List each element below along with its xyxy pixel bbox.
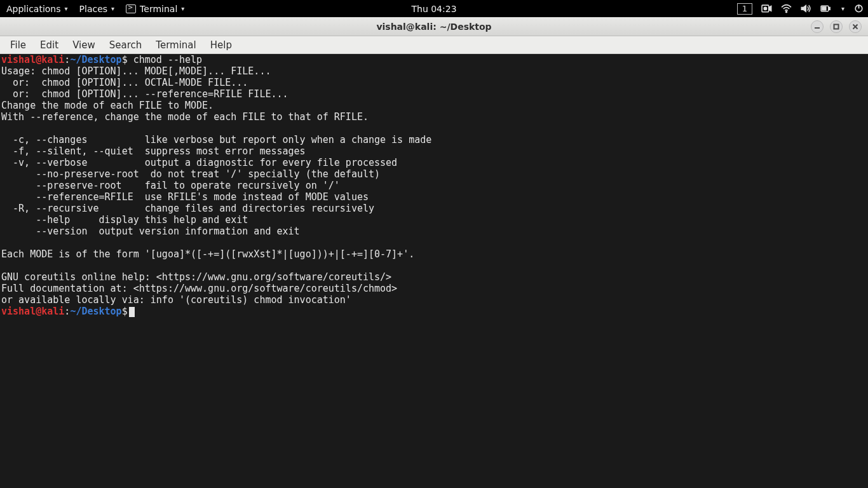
entered-command: chmod --help (128, 54, 202, 65)
menu-file[interactable]: File (4, 37, 32, 53)
menu-view[interactable]: View (66, 37, 102, 53)
menu-help[interactable]: Help (204, 37, 238, 53)
menu-search[interactable]: Search (103, 37, 149, 53)
chevron-down-icon: ▾ (111, 5, 114, 12)
svg-rect-9 (834, 24, 839, 29)
workspace-indicator[interactable]: 1 (737, 3, 752, 15)
gnome-top-bar: Applications ▾ Places ▾ Terminal ▾ Thu 0… (0, 0, 868, 17)
window-controls (811, 20, 868, 33)
prompt-line-1: vishal@kali:~/Desktop$ chmod --help (1, 54, 202, 65)
active-app-label: Terminal (140, 4, 177, 14)
active-app-menu[interactable]: Terminal ▾ (123, 3, 187, 15)
applications-label: Applications (6, 4, 61, 14)
prompt-user: vishal (1, 306, 36, 317)
prompt-line-2: vishal@kali:~/Desktop$ (1, 306, 128, 317)
chevron-down-icon[interactable]: ▾ (841, 5, 844, 12)
text-cursor (129, 307, 135, 317)
svg-rect-5 (822, 7, 826, 10)
prompt-dollar: $ (122, 306, 128, 317)
battery-icon[interactable] (820, 4, 831, 13)
prompt-at: @ (36, 306, 41, 317)
prompt-host: kali (41, 54, 64, 65)
maximize-button[interactable] (830, 20, 843, 33)
chevron-down-icon: ▾ (181, 5, 184, 12)
places-menu[interactable]: Places ▾ (77, 3, 118, 15)
terminal-viewport[interactable]: vishal@kali:~/Desktop$ chmod --help Usag… (0, 54, 868, 488)
topbar-right-group: 1 ▾ (737, 3, 864, 15)
terminal-icon (126, 4, 136, 13)
command-output: Usage: chmod [OPTION]... MODE[,MODE]... … (1, 65, 431, 306)
prompt-at: @ (36, 54, 41, 65)
svg-rect-4 (829, 7, 830, 10)
svg-point-2 (785, 11, 787, 13)
window-titlebar[interactable]: vishal@kali: ~/Desktop (0, 17, 868, 36)
minimize-button[interactable] (811, 20, 824, 33)
wifi-icon[interactable] (781, 4, 792, 13)
prompt-dollar: $ (122, 54, 128, 65)
chevron-down-icon: ▾ (65, 5, 68, 12)
menu-terminal[interactable]: Terminal (149, 37, 202, 53)
screencast-icon[interactable] (761, 4, 772, 13)
prompt-host: kali (41, 306, 64, 317)
places-label: Places (79, 4, 108, 14)
terminal-window: vishal@kali: ~/Desktop File Edit View Se… (0, 17, 868, 488)
volume-icon[interactable] (801, 4, 811, 13)
menu-edit[interactable]: Edit (34, 37, 65, 53)
applications-menu[interactable]: Applications ▾ (4, 3, 71, 15)
close-button[interactable] (849, 20, 862, 33)
prompt-dir: Desktop (81, 54, 121, 65)
topbar-left-group: Applications ▾ Places ▾ Terminal ▾ (4, 3, 187, 15)
topbar-clock[interactable]: Thu 04:23 (411, 4, 456, 14)
terminal-menubar: File Edit View Search Terminal Help (0, 36, 868, 54)
svg-point-1 (764, 7, 767, 10)
prompt-dir: Desktop (81, 306, 121, 317)
clock-label: Thu 04:23 (411, 4, 456, 14)
power-icon[interactable] (853, 4, 864, 13)
window-title: vishal@kali: ~/Desktop (376, 22, 491, 32)
prompt-user: vishal (1, 54, 36, 65)
